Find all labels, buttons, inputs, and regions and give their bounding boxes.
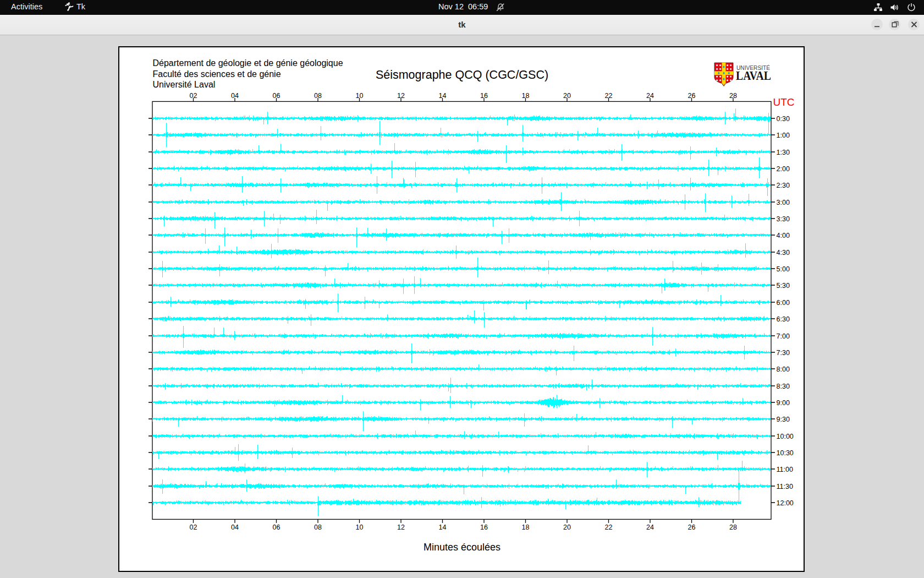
svg-text:20: 20 [563,92,571,100]
svg-text:Faculté des sciences et de gén: Faculté des sciences et de génie [153,69,281,79]
svg-text:6:30: 6:30 [777,315,790,323]
svg-text:06: 06 [273,92,280,100]
svg-text:16: 16 [480,524,488,531]
svg-text:10: 10 [356,524,364,531]
svg-text:8:30: 8:30 [777,383,790,390]
svg-text:12:00: 12:00 [777,499,794,507]
svg-text:5:30: 5:30 [777,282,790,290]
svg-text:28: 28 [729,92,737,100]
svg-text:24: 24 [646,92,654,100]
svg-text:04: 04 [231,92,239,100]
svg-text:9:00: 9:00 [777,399,790,407]
svg-text:12: 12 [397,524,405,531]
svg-text:10: 10 [356,92,364,100]
svg-text:4:30: 4:30 [777,249,790,257]
svg-text:Minutes écoulées: Minutes écoulées [424,542,501,553]
svg-text:11:00: 11:00 [777,466,793,473]
svg-text:UTC: UTC [773,96,795,108]
svg-text:08: 08 [314,524,322,531]
svg-text:02: 02 [190,92,197,100]
svg-text:0:30: 0:30 [777,115,790,123]
svg-text:14: 14 [439,92,447,100]
svg-text:7:00: 7:00 [777,332,790,340]
svg-text:2:30: 2:30 [777,182,790,189]
svg-text:Université Laval: Université Laval [153,80,216,89]
svg-text:22: 22 [605,524,613,531]
svg-text:18: 18 [522,92,530,100]
svg-text:22: 22 [605,92,613,100]
svg-text:Séismographe QCQ (CGC/GSC): Séismographe QCQ (CGC/GSC) [376,68,548,81]
svg-text:12: 12 [397,92,405,100]
svg-text:02: 02 [190,524,197,531]
svg-text:8:00: 8:00 [777,366,790,373]
svg-text:08: 08 [314,92,322,100]
svg-text:7:30: 7:30 [777,349,790,357]
svg-text:06: 06 [273,524,280,531]
svg-text:26: 26 [688,92,696,100]
svg-text:24: 24 [646,524,654,531]
svg-text:9:30: 9:30 [777,416,790,423]
svg-text:3:30: 3:30 [777,215,790,223]
svg-text:Département de géologie et de: Département de géologie et de génie géol… [153,58,343,68]
svg-text:18: 18 [522,524,530,531]
svg-text:6:00: 6:00 [777,299,790,307]
svg-text:3:00: 3:00 [777,199,790,206]
svg-text:28: 28 [729,524,737,531]
svg-text:16: 16 [480,92,488,100]
svg-text:10:30: 10:30 [777,449,794,457]
svg-text:5:00: 5:00 [777,265,790,273]
svg-text:4:00: 4:00 [777,232,790,239]
svg-text:10:00: 10:00 [777,433,794,440]
svg-text:1:30: 1:30 [777,149,790,156]
svg-text:2:00: 2:00 [777,165,790,173]
svg-text:04: 04 [231,524,239,531]
svg-text:26: 26 [688,524,696,531]
svg-text:1:00: 1:00 [777,132,790,139]
svg-text:14: 14 [439,524,447,531]
svg-text:20: 20 [563,524,571,531]
svg-text:11:30: 11:30 [777,483,793,490]
svg-text:LAVAL: LAVAL [736,69,771,83]
